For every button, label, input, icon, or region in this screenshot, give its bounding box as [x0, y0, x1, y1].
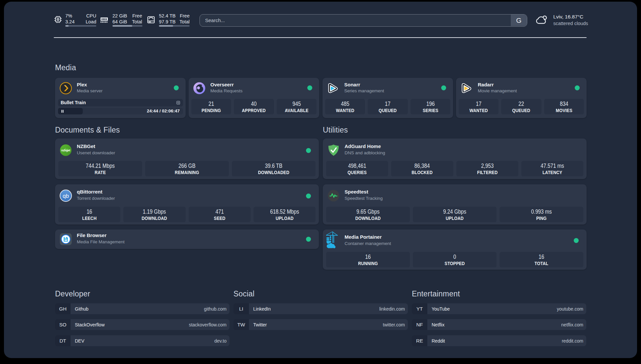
svg-text:nzbget: nzbget — [61, 149, 70, 152]
svg-text:qb: qb — [63, 193, 69, 199]
